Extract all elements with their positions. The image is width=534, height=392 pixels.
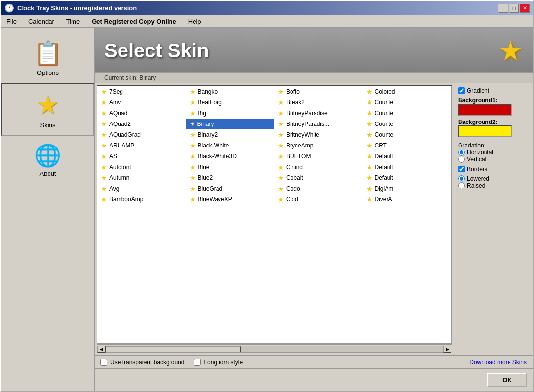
menu-bar: File Calendar Time Get Registered Copy O… bbox=[1, 15, 533, 28]
lowered-radio[interactable] bbox=[458, 175, 465, 182]
transparent-checkbox[interactable] bbox=[100, 359, 107, 366]
skin-item-label: BUFTOM bbox=[286, 153, 311, 160]
horizontal-radio[interactable] bbox=[458, 149, 465, 156]
scroll-right-button[interactable]: ▶ bbox=[443, 346, 451, 353]
skin-list-item[interactable]: ★AQuad2 bbox=[97, 119, 186, 129]
skin-item-label: Clnind bbox=[286, 164, 303, 171]
skin-list-item[interactable]: ★DiverA bbox=[363, 194, 452, 205]
skin-list-item[interactable]: ★BambooAmp bbox=[97, 194, 186, 205]
skin-list-item[interactable]: ★AS bbox=[97, 151, 186, 162]
skin-list-item[interactable]: ★Blue2 bbox=[186, 172, 275, 183]
background2-section: Background2: bbox=[458, 119, 529, 137]
skin-list-item[interactable]: ★Default bbox=[363, 172, 452, 183]
minimize-button[interactable]: _ bbox=[498, 4, 508, 13]
skin-list-item[interactable]: ★Cold bbox=[274, 194, 363, 205]
menu-file[interactable]: File bbox=[4, 17, 19, 26]
menu-calendar[interactable]: Calendar bbox=[26, 17, 56, 26]
skin-star-icon: ★ bbox=[278, 98, 284, 106]
skin-list-item[interactable]: ★Counte bbox=[363, 97, 452, 108]
skin-list-item[interactable]: ★Counte bbox=[363, 129, 452, 140]
skin-list-item[interactable]: ★BlueGrad bbox=[186, 183, 275, 194]
skin-list-item[interactable]: ★Counte bbox=[363, 119, 452, 129]
skin-item-label: AS bbox=[109, 153, 117, 160]
lowered-radio-label[interactable]: Lowered bbox=[458, 175, 529, 182]
skin-list-item[interactable]: ★DigiAm bbox=[363, 183, 452, 194]
skin-star-icon: ★ bbox=[366, 131, 373, 139]
raised-radio[interactable] bbox=[458, 182, 465, 189]
skin-list-item[interactable]: ★BritneyParadise bbox=[274, 108, 363, 119]
download-more-skins-link[interactable]: Download more Skins bbox=[469, 359, 527, 366]
background2-swatch[interactable] bbox=[458, 125, 512, 137]
skin-list-item[interactable]: ★Black-White3D bbox=[186, 151, 275, 162]
sidebar-item-skins[interactable]: ★ Skins bbox=[1, 83, 94, 136]
skin-star-icon: ★ bbox=[278, 88, 284, 96]
skin-star-icon: ★ bbox=[101, 174, 107, 182]
skin-star-icon: ★ bbox=[278, 196, 284, 203]
skin-list-item[interactable]: ★Autofont bbox=[97, 162, 186, 172]
skin-list-item[interactable]: ★BritneyWhite bbox=[274, 129, 363, 140]
skin-list-item[interactable]: ★Ainv bbox=[97, 97, 186, 108]
skin-list[interactable]: ★7Seg★Bangko★Boffo★Colored★Ainv★BeatForg… bbox=[97, 85, 452, 344]
sidebar-item-about[interactable]: 🌐 About bbox=[1, 136, 94, 184]
skin-list-item[interactable]: ★Autumn bbox=[97, 172, 186, 183]
window-controls: _ □ ✕ bbox=[498, 4, 530, 13]
skin-list-item[interactable]: ★Big bbox=[186, 108, 275, 119]
skin-list-item[interactable]: ★BUFTOM bbox=[274, 151, 363, 162]
maximize-button[interactable]: □ bbox=[509, 4, 519, 13]
skin-list-item[interactable]: ★Clnind bbox=[274, 162, 363, 172]
skin-list-item[interactable]: ★Default bbox=[363, 162, 452, 172]
sidebar-item-options[interactable]: 📋 Options bbox=[1, 33, 94, 83]
menu-help[interactable]: Help bbox=[186, 17, 203, 26]
gradient-checkbox[interactable] bbox=[458, 87, 465, 94]
menu-time[interactable]: Time bbox=[64, 17, 82, 26]
skin-list-item[interactable]: ★Codo bbox=[274, 183, 363, 194]
borders-checkbox[interactable] bbox=[458, 166, 465, 172]
skin-list-item[interactable]: ★Counte bbox=[363, 108, 452, 119]
content-area: Select Skin ★ Current skin: Binary ★7Seg… bbox=[95, 28, 533, 391]
scroll-left-button[interactable]: ◀ bbox=[97, 346, 105, 353]
skin-list-item[interactable]: ★CRT bbox=[363, 140, 452, 151]
skin-list-item[interactable]: ★Blue bbox=[186, 162, 275, 172]
transparent-checkbox-label[interactable]: Use transparent background bbox=[100, 359, 184, 366]
skin-list-item[interactable]: ★AQuad bbox=[97, 108, 186, 119]
scroll-thumb[interactable] bbox=[106, 346, 241, 352]
longhorn-label: Longhorn style bbox=[204, 359, 243, 366]
skin-list-item[interactable]: ★BlueWaveXP bbox=[186, 194, 275, 205]
close-button[interactable]: ✕ bbox=[520, 4, 530, 13]
sidebar-skins-label: Skins bbox=[40, 122, 56, 129]
background1-swatch[interactable] bbox=[458, 104, 512, 116]
skin-list-item[interactable]: ★BeatForg bbox=[186, 97, 275, 108]
menu-register[interactable]: Get Registered Copy Online bbox=[90, 17, 178, 26]
title-bar: 🕐 Clock Tray Skins - unregistered versio… bbox=[1, 1, 533, 15]
skin-list-item[interactable]: ★Break2 bbox=[274, 97, 363, 108]
skin-list-item[interactable]: ★Binary2 bbox=[186, 129, 275, 140]
skin-list-item[interactable]: ★Default bbox=[363, 151, 452, 162]
ok-button[interactable]: OK bbox=[487, 373, 527, 387]
skin-item-label: DiverA bbox=[375, 196, 392, 203]
longhorn-checkbox-label[interactable]: Longhorn style bbox=[194, 359, 243, 366]
skin-item-label: BeatForg bbox=[198, 99, 222, 106]
skin-star-icon: ★ bbox=[278, 163, 284, 171]
skin-star-icon: ★ bbox=[101, 185, 107, 193]
skin-list-item[interactable]: ★AQuadGrad bbox=[97, 129, 186, 140]
skin-list-item[interactable]: ★Boffo bbox=[274, 86, 363, 97]
horizontal-radio-label[interactable]: Horizontal bbox=[458, 149, 529, 156]
skin-list-item[interactable]: ★Avg bbox=[97, 183, 186, 194]
raised-radio-label[interactable]: Raised bbox=[458, 182, 529, 189]
skin-list-item[interactable]: ★Cobalt bbox=[274, 172, 363, 183]
skin-list-item[interactable]: ★BryceAmp bbox=[274, 140, 363, 151]
skin-list-item[interactable]: ★Black-White bbox=[186, 140, 275, 151]
borders-checkbox-label[interactable]: Borders bbox=[458, 166, 529, 172]
skin-list-item[interactable]: ★7Seg bbox=[97, 86, 186, 97]
skin-item-label: Binary2 bbox=[198, 131, 218, 138]
vertical-radio-label[interactable]: Vertical bbox=[458, 156, 529, 163]
skin-list-item[interactable]: ✦Binary bbox=[186, 119, 275, 129]
gradient-checkbox-label[interactable]: Gradient bbox=[458, 87, 529, 94]
skin-list-item[interactable]: ★BritneyParadis... bbox=[274, 119, 363, 129]
vertical-radio[interactable] bbox=[458, 156, 465, 163]
skin-list-item[interactable]: ★Colored bbox=[363, 86, 452, 97]
skin-list-item[interactable]: ★Bangko bbox=[186, 86, 275, 97]
raised-label: Raised bbox=[467, 182, 485, 189]
longhorn-checkbox[interactable] bbox=[194, 359, 201, 366]
skin-list-item[interactable]: ★ARUAMP bbox=[97, 140, 186, 151]
